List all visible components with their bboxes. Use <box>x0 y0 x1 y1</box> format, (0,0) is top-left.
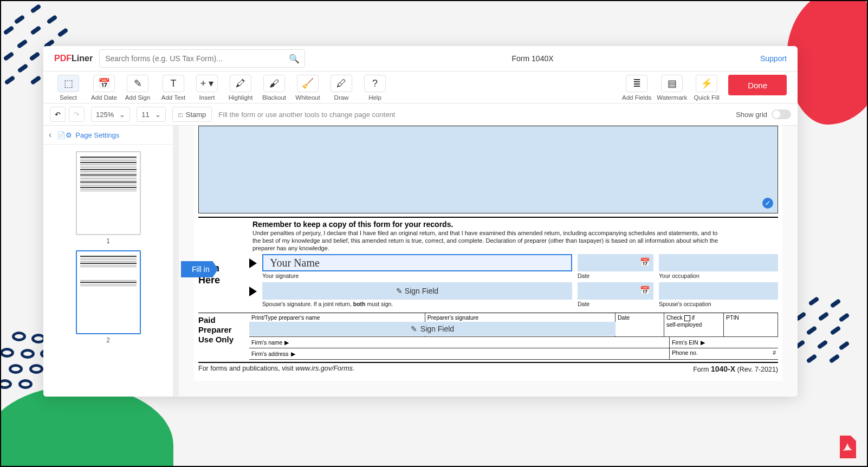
thumb-label-2: 2 <box>76 336 141 344</box>
topbar: PDFLiner 🔍 Form 1040X Support <box>43 46 798 72</box>
side-panel: ‹ 📄⚙Page Settings 1 <box>43 126 173 397</box>
preparer-selfemp-cell: Checkif self-employed <box>664 313 724 336</box>
tool-help[interactable]: ?Help <box>361 75 389 101</box>
search-icon[interactable]: 🔍 <box>289 54 300 64</box>
spouse-signature-label: Spouse's signature. If a joint return, b… <box>262 301 572 307</box>
tool-add-fields[interactable]: ≣Add Fields <box>622 75 651 101</box>
draw-icon: 🖊 <box>331 75 352 92</box>
undo-button[interactable]: ↶ <box>50 107 66 122</box>
side-scrollbar[interactable] <box>173 126 179 397</box>
your-occupation-label: Your occupation <box>659 273 778 279</box>
your-signature-label: Your signature <box>262 273 572 279</box>
tool-quick-fill[interactable]: ⚡Quick Fill <box>692 75 721 101</box>
firm-address-cell[interactable]: Firm's address▶ <box>249 348 670 359</box>
app-logo: PDFLiner <box>54 54 93 63</box>
chevron-left-icon[interactable]: ‹ <box>49 130 51 140</box>
perjury-declaration: Under penalties of perjury, I declare th… <box>252 230 724 252</box>
preparer-date-cell: Date <box>616 313 664 336</box>
your-signature-field[interactable]: Your Name <box>262 254 572 271</box>
done-button[interactable]: Done <box>728 75 787 95</box>
toolbar: ⬚Select 📅Add Date ✎Add Sign TAdd Text + … <box>43 72 798 103</box>
spouse-date-field[interactable]: 📅 <box>578 282 653 300</box>
phone-cell[interactable]: Phone no.# <box>670 348 778 359</box>
redo-button[interactable]: ↷ <box>69 107 85 122</box>
page-canvas: Fill in ✓ Remember to keep a copy of thi… <box>179 126 798 397</box>
cursor-icon: ⬚ <box>57 75 79 92</box>
records-heading: Remember to keep a copy of this form for… <box>252 220 724 229</box>
preparer-ptin-cell: PTIN <box>724 313 778 336</box>
sign-icon: ✎ <box>411 325 417 333</box>
app-window: PDFLiner 🔍 Form 1040X Support ⬚Select 📅A… <box>43 46 798 397</box>
large-text-field[interactable]: ✓ <box>198 126 778 213</box>
triangle-icon <box>249 258 257 268</box>
workarea: ‹ 📄⚙Page Settings 1 <box>43 126 798 397</box>
firm-ein-cell[interactable]: Firm's EIN▶ <box>670 337 778 348</box>
whiteout-icon: 🧹 <box>297 75 319 92</box>
chevron-down-icon: ⌄ <box>155 111 161 119</box>
spouse-date-label: Date <box>578 301 653 307</box>
your-date-label: Date <box>578 273 653 279</box>
watermark-icon: ▤ <box>661 75 683 92</box>
form-page: ✓ Remember to keep a copy of this form f… <box>194 126 782 381</box>
field-ok-icon: ✓ <box>762 198 773 209</box>
spouse-occupation-field[interactable] <box>659 282 778 300</box>
plus-icon: + ▾ <box>196 75 218 92</box>
tool-add-date[interactable]: 📅Add Date <box>90 75 118 101</box>
firm-name-cell[interactable]: Firm's name▶ <box>249 337 670 348</box>
show-grid-toggle[interactable] <box>772 109 791 119</box>
footer-right: Form 1040-X (Rev. 7-2021) <box>693 365 778 373</box>
toolbar-hint: Fill the form or use another tools to ch… <box>218 111 395 119</box>
stamp-button[interactable]: ⏍Stamp <box>172 107 212 122</box>
calendar-icon: 📅 <box>93 75 115 92</box>
calendar-icon: 📅 <box>640 257 650 267</box>
page-settings-header[interactable]: ‹ 📄⚙Page Settings <box>43 126 173 145</box>
spouse-signature-field[interactable]: ✎ Sign Field <box>262 282 572 300</box>
highlight-icon: 🖍 <box>230 75 251 92</box>
tool-draw[interactable]: 🖊Draw <box>327 75 355 101</box>
tool-add-text[interactable]: TAdd Text <box>159 75 187 101</box>
support-link[interactable]: Support <box>760 54 787 63</box>
thumb-label-1: 1 <box>76 237 141 245</box>
zoom-select[interactable]: 125%⌄ <box>91 107 130 122</box>
subtoolbar: ↶ ↷ 125%⌄ 11⌄ ⏍Stamp Fill the form or us… <box>43 103 798 126</box>
your-date-field[interactable]: 📅 <box>578 254 653 271</box>
self-employed-checkbox[interactable] <box>684 315 690 321</box>
gear-pages-icon: 📄⚙ <box>57 131 72 139</box>
tool-highlight[interactable]: 🖍Highlight <box>226 75 255 101</box>
help-icon: ? <box>364 75 386 92</box>
tool-whiteout[interactable]: 🧹Whiteout <box>294 75 322 101</box>
page-thumb-2[interactable] <box>76 250 141 334</box>
search-box: 🔍 <box>99 49 305 68</box>
spouse-occupation-label: Spouse's occupation <box>659 301 778 307</box>
signature-icon: ✎ <box>127 75 148 92</box>
doc-title: Form 1040X <box>312 54 754 63</box>
paid-preparer-label: PaidPreparerUse Only <box>198 313 249 360</box>
chevron-down-icon: ⌄ <box>119 111 125 119</box>
show-grid-label: Show grid <box>736 111 767 119</box>
preparer-sign-field[interactable]: ✎Sign Field <box>249 322 616 336</box>
fill-in-badge[interactable]: Fill in <box>181 261 218 277</box>
tool-watermark[interactable]: ▤Watermark <box>657 75 687 101</box>
stamp-icon: ⏍ <box>178 111 183 119</box>
search-input[interactable] <box>99 49 305 68</box>
tool-add-sign[interactable]: ✎Add Sign <box>124 75 152 101</box>
fields-icon: ≣ <box>626 75 647 92</box>
triangle-icon <box>249 287 257 296</box>
footer-left: For forms and publications, visit www.ir… <box>198 365 354 373</box>
page-thumb-1[interactable] <box>76 151 141 235</box>
your-occupation-field[interactable] <box>659 254 778 271</box>
tool-insert[interactable]: + ▾Insert <box>193 75 221 101</box>
bolt-icon: ⚡ <box>696 75 717 92</box>
text-icon: T <box>163 75 184 92</box>
calendar-icon: 📅 <box>640 286 650 295</box>
tool-blackout[interactable]: 🖌Blackout <box>260 75 288 101</box>
sign-icon: ✎ <box>396 287 403 295</box>
tool-select[interactable]: ⬚Select <box>54 75 82 101</box>
blackout-icon: 🖌 <box>263 75 285 92</box>
font-size-select[interactable]: 11⌄ <box>137 107 165 122</box>
